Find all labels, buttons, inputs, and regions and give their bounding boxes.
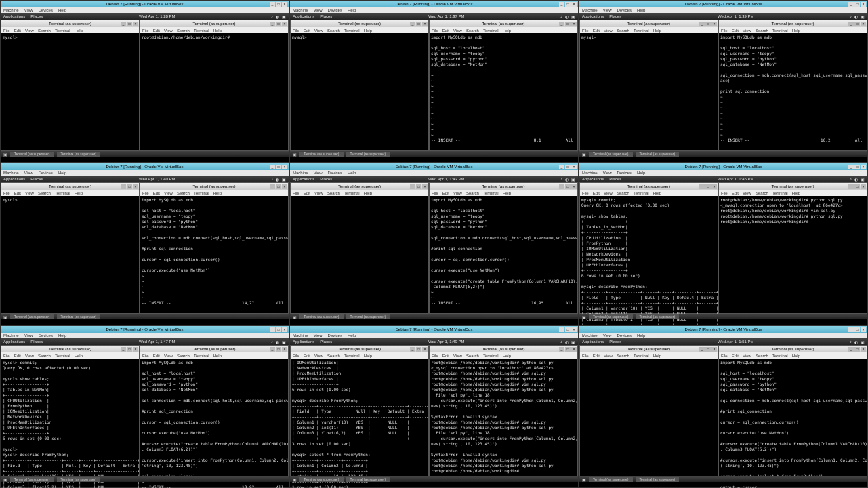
minimize-icon[interactable]: _: [410, 184, 415, 189]
close-icon[interactable]: ×: [861, 22, 866, 26]
show-desktop-icon[interactable]: ▣: [293, 152, 297, 157]
vm-menu-help[interactable]: Help: [637, 8, 645, 12]
terminal-output[interactable]: import MySQLdb as mdb sql_host = "localh…: [430, 33, 577, 144]
maximize-icon[interactable]: □: [705, 184, 711, 189]
terminal-menubar[interactable]: FileEditViewSearchTerminalHelp: [140, 27, 288, 33]
tray-icon[interactable]: ◐: [854, 177, 858, 182]
maximize-icon[interactable]: □: [276, 22, 281, 26]
vm-menubar[interactable]: MachineViewDevicesHelp: [1, 170, 289, 176]
menu-edit[interactable]: Edit: [14, 354, 21, 358]
terminal-output[interactable]: [291, 196, 428, 199]
menu-view[interactable]: View: [25, 28, 34, 33]
terminal-menubar[interactable]: FileEditViewSearchTerminalHelp: [430, 190, 577, 196]
close-icon[interactable]: ×: [422, 347, 428, 352]
menu-view[interactable]: View: [25, 191, 34, 195]
vm-menu-machine[interactable]: Machine: [582, 333, 598, 338]
vm-menu-view[interactable]: View: [314, 171, 323, 175]
menu-edit[interactable]: Edit: [304, 28, 310, 33]
terminal-titlebar[interactable]: Terminal (as superuser)_□×: [430, 20, 577, 27]
terminal-titlebar[interactable]: Terminal (as superuser)_□×: [291, 20, 428, 27]
places-menu[interactable]: Places: [609, 177, 621, 181]
menu-view[interactable]: View: [164, 191, 173, 195]
taskbar-item[interactable]: Terminal (as superuser): [346, 314, 390, 319]
applications-menu[interactable]: Applications: [582, 177, 604, 181]
menu-search[interactable]: Search: [38, 28, 51, 33]
places-menu[interactable]: Places: [30, 177, 43, 181]
close-icon[interactable]: ×: [133, 347, 138, 352]
vm-minimize-icon[interactable]: _: [270, 2, 275, 7]
menu-help[interactable]: Help: [653, 28, 661, 33]
menu-search[interactable]: Search: [617, 354, 629, 358]
menu-terminal[interactable]: Terminal: [483, 354, 499, 358]
menu-file[interactable]: File: [293, 354, 299, 358]
vm-titlebar[interactable]: Debian 7 [Running] - Oracle VM VirtualBo…: [1, 326, 289, 333]
maximize-icon[interactable]: □: [416, 347, 421, 352]
menu-search[interactable]: Search: [466, 191, 479, 195]
gnome-bottom-panel[interactable]: ▣ Terminal (as superuser)Terminal (as su…: [579, 476, 867, 482]
vm-menu-help[interactable]: Help: [637, 171, 645, 175]
vm-titlebar[interactable]: Debian 7 [Running] - Oracle VM VirtualBo…: [1, 163, 289, 170]
vm-minimize-icon[interactable]: _: [848, 165, 854, 169]
taskbar-item[interactable]: Terminal (as superuser): [636, 477, 680, 482]
menu-search[interactable]: Search: [177, 28, 190, 33]
menu-help[interactable]: Help: [792, 191, 800, 195]
menu-search[interactable]: Search: [327, 28, 340, 33]
terminal-output[interactable]: [580, 359, 718, 361]
gnome-top-panel[interactable]: ApplicationsPlaces Wed Apr 1, 1:40 PM ♪◐…: [1, 176, 289, 182]
maximize-icon[interactable]: □: [276, 347, 281, 352]
maximize-icon[interactable]: □: [276, 184, 281, 189]
vm-menu-machine[interactable]: Machine: [582, 8, 598, 12]
tray-icon[interactable]: ▣: [861, 177, 865, 182]
terminal-menubar[interactable]: FileEditViewSearchTerminalHelp: [430, 352, 577, 359]
vm-menu-view[interactable]: View: [603, 171, 612, 175]
terminal-menubar[interactable]: FileEditViewSearchTerminalHelp: [140, 190, 288, 196]
vm-close-icon[interactable]: ×: [571, 2, 577, 7]
show-desktop-icon[interactable]: ▣: [3, 152, 7, 157]
menu-view[interactable]: View: [743, 28, 751, 33]
vm-titlebar[interactable]: Debian 7 [Running] - Oracle VM VirtualBo…: [1, 1, 289, 7]
vm-close-icon[interactable]: ×: [861, 327, 866, 332]
menu-help[interactable]: Help: [653, 354, 661, 358]
minimize-icon[interactable]: _: [559, 184, 564, 189]
vm-titlebar[interactable]: Debian 7 [Running] - Oracle VM VirtualBo…: [290, 1, 578, 7]
applications-menu[interactable]: Applications: [3, 340, 25, 344]
maximize-icon[interactable]: □: [854, 347, 860, 352]
menu-view[interactable]: View: [314, 191, 323, 195]
menu-file[interactable]: File: [142, 28, 149, 33]
menu-search[interactable]: Search: [177, 354, 190, 358]
menu-edit[interactable]: Edit: [442, 28, 449, 33]
vm-menu-view[interactable]: View: [314, 333, 323, 338]
clock[interactable]: Wed Apr 1, 1:49 PM: [428, 340, 465, 344]
clock[interactable]: Wed Apr 1, 1:43 PM: [428, 177, 465, 181]
terminal-window-right[interactable]: Terminal (as superuser)_□× FileEditViewS…: [718, 345, 867, 476]
terminal-window-right[interactable]: Terminal (as superuser)_□× FileEditViewS…: [140, 182, 289, 314]
terminal-menubar[interactable]: FileEditViewSearchTerminalHelp: [580, 27, 718, 33]
close-icon[interactable]: ×: [422, 184, 428, 189]
terminal-window-left[interactable]: Terminal (as superuser)_□× FileEditViewS…: [290, 345, 429, 476]
terminal-titlebar[interactable]: Terminal (as superuser)_□×: [430, 183, 577, 190]
terminal-window-right[interactable]: Terminal (as superuser)_□× FileEditViewS…: [429, 345, 578, 476]
close-icon[interactable]: ×: [861, 184, 866, 189]
vm-close-icon[interactable]: ×: [861, 165, 866, 169]
taskbar-item[interactable]: Terminal (as superuser): [589, 314, 633, 319]
taskbar-item[interactable]: Terminal (as superuser): [636, 152, 680, 157]
places-menu[interactable]: Places: [609, 14, 621, 18]
minimize-icon[interactable]: _: [270, 184, 275, 189]
menu-edit[interactable]: Edit: [732, 191, 739, 195]
menu-view[interactable]: View: [604, 354, 613, 358]
taskbar-item[interactable]: Terminal (as superuser): [10, 314, 54, 319]
clock[interactable]: Wed Apr 1, 1:51 PM: [718, 340, 754, 344]
terminal-menubar[interactable]: FileEditViewSearchTerminalHelp: [1, 27, 139, 33]
menu-help[interactable]: Help: [653, 191, 661, 195]
gnome-top-panel[interactable]: ApplicationsPlaces Wed Apr 1, 1:45 PM ♪◐…: [579, 176, 867, 182]
menu-view[interactable]: View: [743, 354, 751, 358]
show-desktop-icon[interactable]: ▣: [3, 477, 7, 482]
clock[interactable]: Wed Apr 1, 1:40 PM: [139, 177, 175, 181]
menu-edit[interactable]: Edit: [593, 191, 600, 195]
tray-icon[interactable]: ♪: [850, 14, 852, 19]
tray-icon[interactable]: ♪: [271, 14, 273, 19]
terminal-titlebar[interactable]: Terminal (as superuser)_□×: [1, 183, 139, 190]
vm-menu-devices[interactable]: Devices: [39, 8, 53, 12]
terminal-output[interactable]: import MySQLdb as mdb sql_host = "localh…: [430, 196, 577, 307]
menu-help[interactable]: Help: [503, 354, 511, 358]
